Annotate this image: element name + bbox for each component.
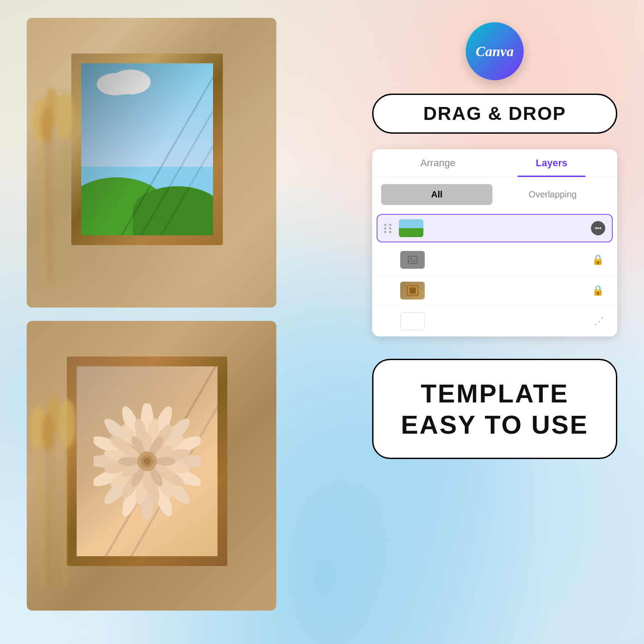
svg-line-0 [40, 129, 45, 285]
canva-logo: Canva [466, 22, 524, 80]
layer-thumbnail-4 [400, 312, 425, 330]
template-line2: EASY TO USE [400, 409, 589, 440]
bottom-frame-mockup [27, 321, 276, 611]
layer-thumbnail-1 [399, 219, 423, 237]
svg-rect-66 [410, 287, 416, 294]
svg-rect-63 [408, 256, 417, 263]
drag-handle-icon [384, 224, 392, 233]
drag-drop-label: DRAG & DROP [423, 103, 566, 124]
svg-line-8 [38, 437, 42, 588]
svg-line-3 [47, 134, 49, 285]
svg-point-62 [144, 458, 151, 465]
svg-point-7 [41, 106, 53, 144]
panel-tabs: Arrange Layers [372, 149, 617, 177]
template-badge: TEMPLATE EASY TO USE [372, 359, 617, 459]
lock-icon-2: 🔒 [592, 254, 604, 266]
svg-line-10 [65, 432, 67, 588]
svg-point-14 [58, 399, 76, 448]
pampas-grass-bottom [27, 374, 89, 588]
filter-overlapping-button[interactable]: Overlapping [497, 184, 608, 205]
svg-point-64 [410, 258, 412, 259]
wooden-frame-top [71, 53, 223, 245]
svg-point-57 [119, 457, 138, 466]
svg-line-1 [51, 116, 53, 285]
left-section [27, 18, 281, 624]
template-line1: TEMPLATE [400, 378, 589, 409]
layer-thumbnail-2 [400, 251, 425, 269]
right-section: Canva DRAG & DROP Arrange Layers All Ove… [372, 22, 617, 459]
top-frame-mockup [27, 18, 276, 308]
layer-row-4[interactable]: ⋰ [372, 306, 617, 336]
svg-point-15 [42, 414, 54, 451]
lock-icon-3: 🔒 [592, 285, 604, 296]
layer-more-icon[interactable]: ••• [591, 221, 605, 235]
svg-point-48 [143, 433, 152, 452]
pattern-icon: ⋰ [594, 316, 604, 327]
layer-row-3[interactable]: 🔒 [372, 275, 617, 306]
wooden-frame-bottom [67, 357, 227, 566]
pampas-grass-top [27, 62, 89, 285]
tab-arrange[interactable]: Arrange [381, 149, 495, 177]
tab-layers[interactable]: Layers [495, 149, 608, 177]
layer-row-1[interactable]: ••• [377, 214, 613, 242]
filter-all-button[interactable]: All [381, 184, 492, 205]
layers-panel: Arrange Layers All Overlapping [372, 149, 617, 336]
svg-line-2 [62, 125, 65, 285]
layer-thumbnail-3 [400, 282, 425, 299]
filter-row: All Overlapping [372, 177, 617, 212]
layer-row-2[interactable]: 🔒 [372, 245, 617, 275]
svg-line-9 [53, 423, 56, 588]
svg-line-11 [48, 441, 49, 588]
svg-point-54 [143, 470, 152, 490]
svg-point-51 [156, 457, 176, 466]
canva-logo-text: Canva [476, 43, 513, 60]
drag-drop-badge: DRAG & DROP [372, 94, 617, 134]
svg-point-6 [56, 91, 74, 140]
